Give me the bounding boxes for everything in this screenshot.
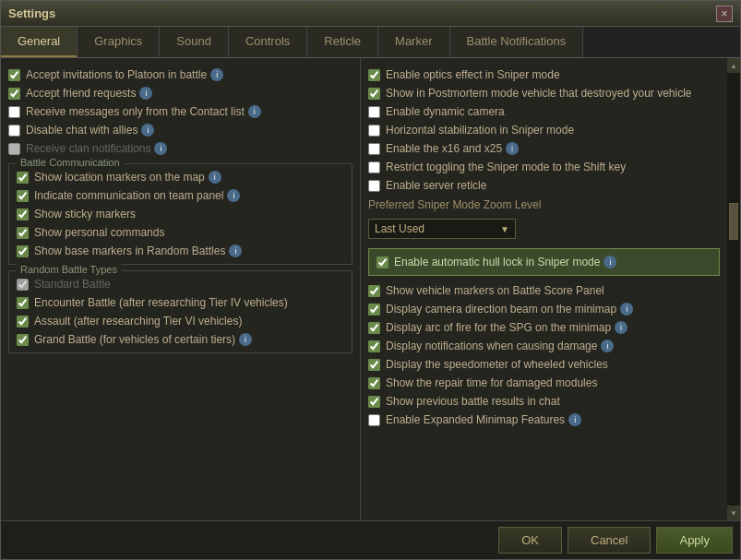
checkbox-show-repair-time[interactable] xyxy=(368,377,380,389)
label-enable-server-reticle: Enable server reticle xyxy=(386,179,486,192)
scroll-thumb[interactable] xyxy=(729,203,738,240)
battle-comm-section: Battle Communication Show location marke… xyxy=(8,163,353,265)
zoom-level-label: Preferred Sniper Mode Zoom Level xyxy=(368,198,541,211)
right-content: Enable optics effect in Sniper mode Show… xyxy=(366,66,735,429)
label-show-location: Show location markers on the map xyxy=(34,171,205,184)
setting-show-personal: Show personal commands xyxy=(15,223,346,242)
info-icon-expanded-minimap[interactable]: i xyxy=(568,413,581,426)
checkbox-encounter[interactable] xyxy=(17,297,29,309)
setting-receive-clan: Receive clan notifications i xyxy=(6,139,354,158)
right-panel: Enable optics effect in Sniper mode Show… xyxy=(361,58,740,520)
checkbox-assault[interactable] xyxy=(17,316,29,328)
label-show-sticky: Show sticky markers xyxy=(34,208,136,220)
ok-button[interactable]: OK xyxy=(498,527,562,554)
zoom-dropdown[interactable]: Last Used ▼ xyxy=(368,219,516,239)
tab-controls[interactable]: Controls xyxy=(229,27,307,57)
setting-horiz-stab: Horizontal stabilization in Sniper mode xyxy=(366,121,722,139)
checkbox-enable-dynamic[interactable] xyxy=(368,106,380,118)
label-display-arc-fire: Display arc of fire for the SPG on the m… xyxy=(386,321,611,334)
checkbox-grand[interactable] xyxy=(17,334,29,346)
checkbox-enable-server-reticle[interactable] xyxy=(368,180,380,192)
checkbox-receive-clan[interactable] xyxy=(8,143,20,155)
info-icon-indicate-comm[interactable]: i xyxy=(227,189,240,202)
checkbox-show-prev-battle[interactable] xyxy=(368,396,380,408)
checkbox-indicate-comm[interactable] xyxy=(17,190,29,202)
label-receive-messages: Receive messages only from the Contact l… xyxy=(26,105,245,118)
info-icon-grand[interactable]: i xyxy=(239,333,252,346)
cancel-button[interactable]: Cancel xyxy=(568,527,651,554)
checkbox-receive-messages[interactable] xyxy=(8,106,20,118)
info-icon-show-location[interactable]: i xyxy=(209,171,221,184)
label-display-notif-damage: Display notifications when causing damag… xyxy=(386,340,597,352)
setting-show-postmortem: Show in Postmortem mode vehicle that des… xyxy=(366,84,722,102)
checkbox-display-notif-damage[interactable] xyxy=(368,340,380,352)
label-indicate-comm: Indicate communication on team panel xyxy=(34,189,223,202)
setting-display-speedometer: Display the speedometer of wheeled vehic… xyxy=(366,355,722,374)
checkbox-show-vehicle-markers[interactable] xyxy=(368,285,380,297)
checkbox-display-speedometer[interactable] xyxy=(368,359,380,371)
checkbox-display-arc-fire[interactable] xyxy=(368,322,380,334)
scroll-track[interactable] xyxy=(727,73,740,506)
info-icon-accept-platoon[interactable]: i xyxy=(210,68,223,81)
tab-sound[interactable]: Sound xyxy=(160,27,229,57)
label-show-personal: Show personal commands xyxy=(34,226,164,239)
info-icon-arc-fire[interactable]: i xyxy=(615,321,627,334)
info-icon-accept-friend[interactable]: i xyxy=(139,87,152,100)
label-display-camera-dir: Display camera direction beam on the min… xyxy=(386,303,616,316)
checkbox-restrict-toggle[interactable] xyxy=(368,161,380,173)
setting-enable-dynamic: Enable dynamic camera xyxy=(366,102,722,121)
label-show-repair-time: Show the repair time for damaged modules xyxy=(386,376,597,389)
setting-indicate-comm: Indicate communication on team panel i xyxy=(15,186,346,205)
checkbox-enable-optics[interactable] xyxy=(368,69,380,81)
tab-battle-notifications[interactable]: Battle Notifications xyxy=(450,27,584,57)
tab-reticle[interactable]: Reticle xyxy=(307,27,378,57)
scroll-up-button[interactable]: ▲ xyxy=(727,58,740,73)
left-panel: Accept invitations to Platoon in battle … xyxy=(1,58,361,520)
zoom-dropdown-value: Last Used xyxy=(375,222,424,235)
label-enable-auto-hull: Enable automatic hull lock in Sniper mod… xyxy=(394,256,600,268)
setting-disable-chat: Disable chat with allies i xyxy=(6,121,354,139)
tab-general[interactable]: General xyxy=(1,27,78,57)
info-icon-enable-x16[interactable]: i xyxy=(506,142,519,155)
checkbox-enable-auto-hull[interactable] xyxy=(376,256,388,268)
checkbox-horiz-stab[interactable] xyxy=(368,125,380,137)
scroll-down-button[interactable]: ▼ xyxy=(727,506,740,520)
setting-grand: Grand Battle (for vehicles of certain ti… xyxy=(15,330,346,349)
info-icon-auto-hull[interactable]: i xyxy=(604,256,616,268)
info-icon-show-base[interactable]: i xyxy=(229,244,242,257)
checkbox-disable-chat[interactable] xyxy=(8,125,20,137)
checkbox-accept-friend[interactable] xyxy=(8,88,20,100)
tab-bar: General Graphics Sound Controls Reticle … xyxy=(1,27,740,58)
label-show-vehicle-markers: Show vehicle markers on Battle Score Pan… xyxy=(386,284,604,297)
checkbox-show-sticky[interactable] xyxy=(17,209,29,220)
dropdown-arrow-icon: ▼ xyxy=(500,224,509,234)
right-scrollbar[interactable]: ▲ ▼ xyxy=(727,58,740,520)
info-icon-camera-dir[interactable]: i xyxy=(620,303,633,316)
checkbox-show-personal[interactable] xyxy=(17,227,29,239)
info-icon-disable-chat[interactable]: i xyxy=(141,124,154,137)
tab-marker[interactable]: Marker xyxy=(378,27,449,57)
setting-receive-messages: Receive messages only from the Contact l… xyxy=(6,102,354,121)
checkbox-show-base[interactable] xyxy=(17,245,29,257)
tab-graphics[interactable]: Graphics xyxy=(78,27,160,57)
footer: OK Cancel Apply xyxy=(1,520,740,559)
checkbox-enable-x16[interactable] xyxy=(368,143,380,155)
settings-window: Settings × General Graphics Sound Contro… xyxy=(0,0,741,560)
label-disable-chat: Disable chat with allies xyxy=(26,124,137,137)
checkbox-standard[interactable] xyxy=(17,279,29,291)
checkbox-show-location[interactable] xyxy=(17,172,29,184)
apply-button[interactable]: Apply xyxy=(656,527,733,554)
checkbox-display-camera-dir[interactable] xyxy=(368,304,380,316)
label-standard: Standard Battle xyxy=(34,278,111,291)
checkbox-accept-platoon[interactable] xyxy=(8,69,20,81)
label-show-base: Show base markers in Random Battles xyxy=(34,244,225,257)
label-grand: Grand Battle (for vehicles of certain ti… xyxy=(34,333,235,346)
label-show-prev-battle: Show previous battle results in chat xyxy=(386,395,560,408)
info-icon-receive-messages[interactable]: i xyxy=(248,105,261,118)
checkbox-show-postmortem[interactable] xyxy=(368,88,380,100)
info-icon-notif-damage[interactable]: i xyxy=(601,340,614,352)
setting-show-location: Show location markers on the map i xyxy=(15,168,346,186)
close-button[interactable]: × xyxy=(716,6,733,22)
info-icon-receive-clan[interactable]: i xyxy=(154,142,167,155)
checkbox-enable-expanded-minimap[interactable] xyxy=(368,414,380,426)
